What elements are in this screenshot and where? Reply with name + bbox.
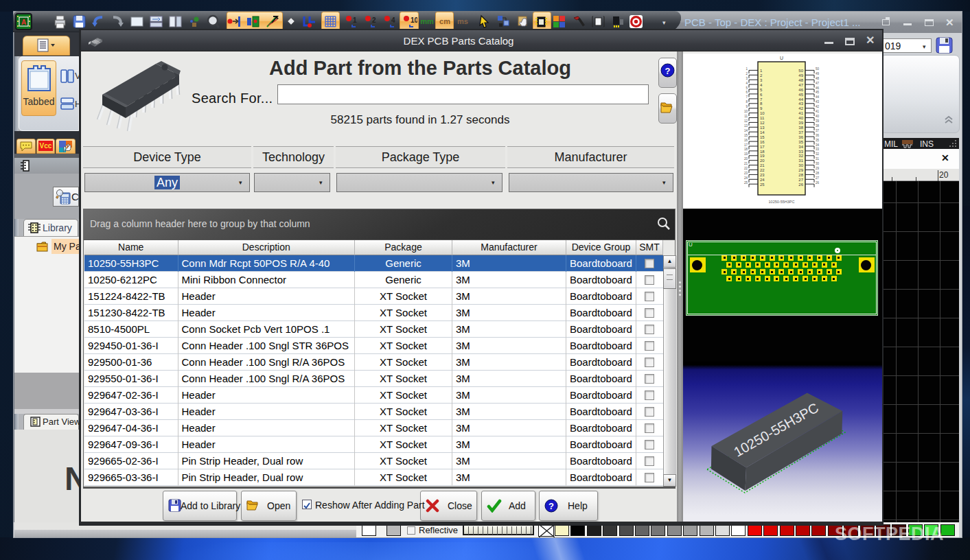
svg-text:10250-55H3PC: 10250-55H3PC — [769, 200, 795, 204]
svg-text:35: 35 — [816, 139, 820, 142]
svg-text:22: 22 — [760, 168, 765, 172]
svg-text:48: 48 — [816, 77, 820, 80]
svg-text:3: 3 — [746, 77, 748, 80]
svg-text:38: 38 — [798, 126, 803, 130]
svg-text:45: 45 — [798, 93, 803, 97]
svg-text:13: 13 — [744, 124, 748, 128]
svg-text:27: 27 — [798, 178, 803, 182]
svg-text:47: 47 — [798, 83, 803, 87]
svg-text:10: 10 — [411, 16, 417, 24]
svg-text:44: 44 — [798, 97, 803, 102]
svg-text:49: 49 — [816, 72, 820, 75]
svg-text:ms: ms — [457, 17, 468, 25]
svg-text:47: 47 — [816, 82, 820, 85]
svg-text:28: 28 — [798, 173, 803, 177]
svg-text:12: 12 — [760, 121, 765, 125]
svg-text:14: 14 — [760, 130, 765, 135]
svg-text:43: 43 — [798, 102, 803, 106]
svg-text:18: 18 — [760, 150, 765, 154]
svg-text:21: 21 — [744, 162, 748, 165]
svg-text:28: 28 — [816, 172, 820, 175]
svg-text:39: 39 — [816, 119, 820, 123]
svg-text:48: 48 — [798, 78, 803, 82]
svg-text:?: ? — [665, 66, 671, 76]
svg-text:?: ? — [548, 501, 554, 511]
svg-text:30: 30 — [816, 162, 820, 165]
svg-text:17: 17 — [760, 145, 765, 149]
svg-text:23: 23 — [760, 173, 765, 177]
svg-text:50: 50 — [816, 67, 820, 71]
svg-text:42: 42 — [816, 105, 820, 108]
svg-text:42: 42 — [798, 106, 803, 110]
svg-text:27: 27 — [816, 176, 820, 180]
svg-text:5: 5 — [746, 86, 748, 90]
svg-text:22: 22 — [744, 167, 748, 170]
svg-text:6: 6 — [746, 91, 748, 94]
svg-text:4: 4 — [746, 82, 748, 85]
svg-text:35: 35 — [798, 140, 803, 144]
svg-text:8: 8 — [746, 100, 748, 104]
svg-text:19: 19 — [744, 152, 748, 156]
svg-text:26: 26 — [816, 181, 820, 185]
svg-text:29: 29 — [798, 168, 803, 172]
svg-text:A: A — [21, 19, 26, 26]
svg-text:31: 31 — [798, 159, 803, 163]
svg-text:46: 46 — [798, 88, 803, 92]
svg-text:16: 16 — [744, 139, 748, 142]
svg-text:36: 36 — [798, 135, 803, 139]
svg-text:50: 50 — [798, 69, 803, 73]
svg-text:25: 25 — [744, 181, 748, 185]
svg-text:32: 32 — [816, 152, 820, 156]
svg-text:44: 44 — [816, 95, 820, 99]
svg-text:24: 24 — [760, 178, 765, 182]
svg-text:41: 41 — [816, 110, 820, 113]
svg-text:37: 37 — [816, 129, 820, 132]
svg-text:2: 2 — [746, 72, 748, 75]
svg-text:40: 40 — [798, 116, 803, 120]
svg-text:11: 11 — [744, 115, 748, 118]
svg-text:13: 13 — [760, 126, 765, 130]
svg-text:U: U — [780, 56, 783, 60]
svg-text:34: 34 — [816, 143, 820, 147]
svg-text:24: 24 — [744, 176, 748, 180]
svg-text:39: 39 — [798, 121, 803, 125]
svg-text:cm: cm — [439, 17, 450, 25]
svg-text:15: 15 — [744, 134, 748, 137]
svg-text:26: 26 — [798, 183, 803, 187]
svg-text:23: 23 — [744, 172, 748, 175]
svg-text:31: 31 — [816, 157, 820, 161]
svg-text:mm: mm — [420, 17, 434, 25]
svg-text:12: 12 — [744, 119, 748, 123]
svg-text:37: 37 — [798, 130, 803, 135]
svg-text:1: 1 — [353, 16, 357, 24]
svg-text:45: 45 — [816, 91, 820, 94]
svg-text:1: 1 — [746, 67, 748, 71]
svg-text:2: 2 — [372, 16, 376, 24]
svg-text:34: 34 — [798, 145, 803, 149]
svg-text:11: 11 — [760, 116, 765, 120]
svg-text:14: 14 — [744, 129, 748, 132]
svg-text:20: 20 — [744, 157, 748, 161]
svg-text:4: 4 — [391, 16, 395, 24]
svg-text:30: 30 — [798, 163, 803, 167]
svg-text:49: 49 — [798, 73, 803, 78]
svg-text:18: 18 — [744, 148, 748, 151]
svg-text:17: 17 — [744, 143, 748, 147]
svg-text:21: 21 — [760, 163, 765, 167]
svg-text:10: 10 — [760, 111, 765, 115]
svg-text:38: 38 — [816, 124, 820, 128]
svg-text:33: 33 — [798, 150, 803, 154]
svg-text:16: 16 — [760, 140, 765, 144]
svg-text:46: 46 — [816, 86, 820, 90]
svg-text:9: 9 — [746, 105, 748, 108]
svg-text:19: 19 — [760, 154, 765, 158]
svg-text:43: 43 — [816, 100, 820, 104]
svg-text:41: 41 — [798, 111, 803, 115]
svg-text:20: 20 — [760, 159, 765, 163]
svg-text:29: 29 — [816, 167, 820, 170]
svg-text:15: 15 — [760, 135, 765, 139]
svg-text:36: 36 — [816, 134, 820, 137]
svg-text:10: 10 — [744, 110, 748, 113]
svg-text:32: 32 — [798, 154, 803, 158]
svg-text:40: 40 — [816, 115, 820, 118]
